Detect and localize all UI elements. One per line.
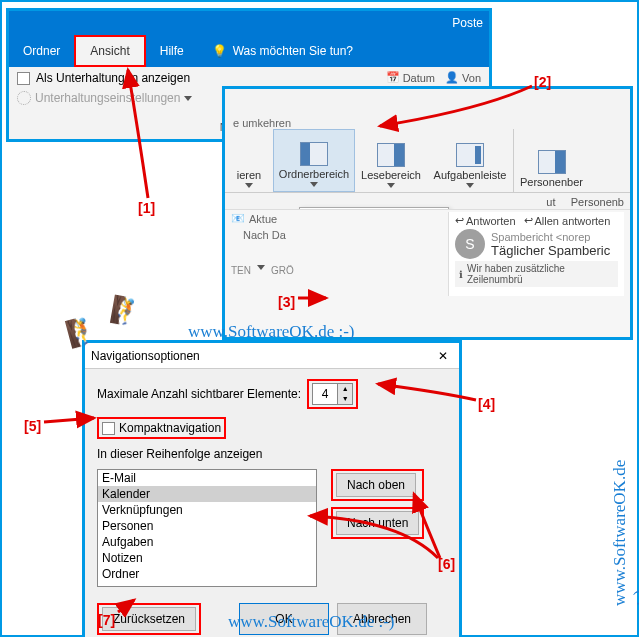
msg-from: Spambericht <norep xyxy=(491,231,610,243)
people-pane-button[interactable]: Personenber xyxy=(513,129,589,192)
chevron-down-icon xyxy=(466,183,474,188)
max-items-spinner[interactable]: ▲▼ xyxy=(312,383,353,405)
sort-date[interactable]: 📅Datum xyxy=(386,71,435,84)
spin-down[interactable]: ▼ xyxy=(338,394,352,404)
avatar: S xyxy=(455,229,485,259)
layout-group: ieren Ordnerbereich Lesebereich Aufgaben… xyxy=(225,129,630,193)
compact-nav-checkbox[interactable] xyxy=(102,422,115,435)
people-pane-icon xyxy=(538,150,566,174)
navigation-options-dialog: Navigationsoptionen ✕ Maximale Anzahl si… xyxy=(82,340,462,637)
show-conversations-checkbox[interactable]: Als Unterhaltungen anzeigen xyxy=(17,71,192,85)
ribbon-partial-row: e umkehren xyxy=(225,89,630,129)
checkbox-icon xyxy=(17,72,30,85)
todo-bar-button[interactable]: Aufgabenleiste xyxy=(427,129,513,192)
tell-me-search[interactable]: 💡 Was möchten Sie tun? xyxy=(198,35,367,67)
annotation-2: [2] xyxy=(534,74,551,90)
list-item[interactable]: Ordner xyxy=(98,566,316,582)
max-items-input[interactable] xyxy=(313,384,337,404)
watermark: www.SoftwareOK.de :-) xyxy=(228,612,395,632)
list-item[interactable]: E-Mail xyxy=(98,470,316,486)
reading-pane-icon xyxy=(377,143,405,167)
msg-infobar: Wir haben zusätzliche Zeilenumbrü xyxy=(467,263,614,285)
chevron-down-icon xyxy=(387,183,395,188)
close-button[interactable]: ✕ xyxy=(433,349,453,363)
conversation-settings-button: Unterhaltungseinstellungen xyxy=(17,91,192,105)
folder-pane-icon xyxy=(300,142,328,166)
list-item[interactable]: Aufgaben xyxy=(98,534,316,550)
annotation-6: [6] xyxy=(438,556,455,572)
sort-from[interactable]: 👤Von xyxy=(445,71,481,84)
message-preview: ↩Antworten ↩Allen antworten S Spamberich… xyxy=(448,212,624,296)
sort-dropdown[interactable]: ieren xyxy=(225,129,273,192)
list-item[interactable]: Personen xyxy=(98,518,316,534)
watermark: www.SoftwareOK.de :-) xyxy=(188,322,355,342)
move-down-button[interactable]: Nach unten xyxy=(336,511,419,535)
info-icon: ℹ xyxy=(459,269,463,280)
ribbon-tabs: Ordner Ansicht Hilfe 💡 Was möchten Sie t… xyxy=(9,35,489,67)
max-items-label: Maximale Anzahl sichtbarer Elemente: xyxy=(97,387,301,401)
decorative-figure: 🧗 xyxy=(108,293,145,329)
chevron-down-icon xyxy=(310,182,318,187)
spin-up[interactable]: ▲ xyxy=(338,384,352,394)
msg-subject: Täglicher Spamberic xyxy=(491,243,610,258)
watermark: www.SoftwareOK.de :-) xyxy=(610,460,639,606)
annotation-7: [7] xyxy=(98,612,115,628)
current-mailbox[interactable]: 📧 xyxy=(231,212,245,225)
chevron-down-icon xyxy=(245,183,253,188)
todo-bar-icon xyxy=(456,143,484,167)
chevron-down-icon xyxy=(257,265,265,270)
order-label: In dieser Reihenfolge anzeigen xyxy=(97,447,447,461)
annotation-3: [3] xyxy=(278,294,295,310)
list-item[interactable]: Verknüpfungen xyxy=(98,502,316,518)
tab-ansicht[interactable]: Ansicht xyxy=(74,35,145,67)
list-item[interactable]: Notizen xyxy=(98,550,316,566)
gear-icon xyxy=(17,91,31,105)
chevron-down-icon xyxy=(184,96,192,101)
nav-order-listbox[interactable]: E-Mail Kalender Verknüpfungen Personen A… xyxy=(97,469,317,587)
annotation-5: [5] xyxy=(24,418,41,434)
reply-button[interactable]: ↩Antworten xyxy=(455,214,516,227)
reset-button[interactable]: Zurücksetzen xyxy=(102,607,196,631)
tab-hilfe[interactable]: Hilfe xyxy=(146,35,198,67)
annotation-1: [1] xyxy=(138,200,155,216)
lightbulb-icon: 💡 xyxy=(212,44,227,58)
tab-ordner[interactable]: Ordner xyxy=(9,35,74,67)
window-title: Poste xyxy=(9,11,489,35)
move-up-button[interactable]: Nach oben xyxy=(336,473,416,497)
list-item[interactable]: Kalender xyxy=(98,486,316,502)
compact-nav-label: Kompaktnavigation xyxy=(119,421,221,435)
reading-pane-button[interactable]: Lesebereich xyxy=(355,129,427,192)
max-items-row: Maximale Anzahl sichtbarer Elemente: ▲▼ xyxy=(97,379,447,409)
dialog-titlebar: Navigationsoptionen ✕ xyxy=(85,343,459,369)
annotation-4: [4] xyxy=(478,396,495,412)
folder-pane-button[interactable]: Ordnerbereich xyxy=(273,129,355,192)
reply-all-button[interactable]: ↩Allen antworten xyxy=(524,214,611,227)
